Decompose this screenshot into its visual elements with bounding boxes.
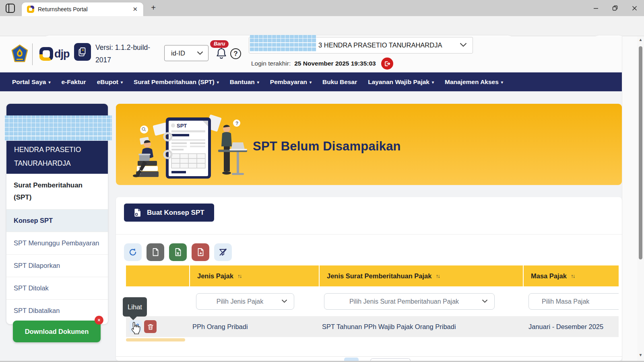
- pdf-file-icon: [196, 248, 204, 257]
- column-header-jenis-pajak[interactable]: Jenis Pajak↑↓: [189, 265, 319, 286]
- sidebar-item-spt-menunggu-pembayaran[interactable]: SPT Menunggu Pembayaran: [6, 232, 108, 255]
- illustration-doc-label: SPT: [177, 123, 187, 129]
- excel-file-icon: [174, 248, 182, 257]
- cell-jenis-pajak: PPh Orang Pribadi: [192, 316, 248, 337]
- taxpayer-name: 3 HENDRA PRASETIO TANURAHARDJA: [318, 37, 442, 53]
- djp-logo: djp: [39, 47, 70, 61]
- download-dokumen-button[interactable]: Download Dokumen ×: [13, 321, 101, 342]
- main-navigation: Portal Saya▾ e-Faktur eBupot▾ Surat Pemb…: [0, 72, 622, 91]
- sidebar-item-spt-dibatalkan[interactable]: SPT Dibatalkan: [6, 300, 108, 322]
- taxpayer-account-select[interactable]: 3 HENDRA PRASETIO TANURAHARDJA: [249, 37, 473, 53]
- chevron-down-icon: ▾: [432, 80, 434, 84]
- new-tab-button[interactable]: +: [148, 3, 159, 12]
- redacted-npwp-block: [4, 115, 112, 141]
- logout-button[interactable]: [381, 58, 393, 70]
- mouse-cursor-hand: [131, 322, 141, 335]
- nav-manajemen-akses[interactable]: Manajemen Akses▾: [445, 78, 503, 86]
- last-login-row: Login terakhir: 25 November 2025 19:35:0…: [251, 58, 393, 70]
- kemenkeu-logo-icon: [11, 44, 28, 63]
- last-login-label: Login terakhir:: [251, 60, 291, 67]
- nav-pembayaran[interactable]: Pembayaran▾: [270, 78, 312, 86]
- scrollbar-thumb[interactable]: [639, 46, 642, 259]
- scroll-down-icon[interactable]: ▼: [637, 353, 644, 357]
- badge-close-icon[interactable]: ×: [95, 316, 103, 325]
- cell-masa-pajak: Januari - Desember 2025: [528, 316, 603, 337]
- chevron-down-icon: ▾: [121, 80, 123, 84]
- minimize-button[interactable]: [586, 0, 605, 16]
- page-banner: SPT: [116, 104, 622, 185]
- nav-ebupot[interactable]: eBupot▾: [97, 78, 123, 86]
- buat-konsep-spt-button[interactable]: Buat Konsep SPT: [124, 204, 214, 222]
- notifications-bell-icon[interactable]: [215, 47, 229, 61]
- djp-logo-icon: [39, 47, 53, 61]
- tab-workspaces-icon[interactable]: [6, 4, 15, 13]
- browser-tab[interactable]: Returnsheets Portal ✕: [22, 2, 143, 16]
- language-select[interactable]: id-ID: [164, 45, 208, 61]
- clear-filter-button[interactable]: [214, 243, 232, 261]
- file-icon: [151, 248, 159, 257]
- language-value: id-ID: [171, 49, 185, 57]
- table-header-row: Jenis Pajak↑↓ Jenis Surat Pemberitahuan …: [126, 265, 619, 286]
- export-file-button[interactable]: [147, 243, 164, 261]
- content-right-edge: [622, 36, 622, 361]
- chevron-down-icon: [482, 299, 488, 303]
- delete-row-button[interactable]: [144, 320, 157, 333]
- chevron-down-icon: ▾: [257, 80, 259, 84]
- filter-off-icon: [219, 248, 227, 257]
- chevron-down-icon: ▾: [501, 80, 503, 84]
- sidebar-item-spt-ditolak[interactable]: SPT Ditolak: [6, 277, 108, 300]
- pagination-active-page[interactable]: [344, 358, 359, 361]
- chevron-down-icon: [197, 51, 203, 55]
- nav-layanan-wajib-pajak[interactable]: Layanan Wajib Pajak▾: [368, 78, 434, 86]
- filter-jenis-surat-select[interactable]: Pilih Jenis Surat Pemberitahuan Pajak: [324, 293, 495, 310]
- restore-button[interactable]: [605, 0, 625, 16]
- table-toolbar: [124, 243, 232, 261]
- close-button[interactable]: [625, 0, 644, 16]
- browser-titlebar: Returnsheets Portal ✕ +: [0, 0, 644, 16]
- chevron-down-icon: ▾: [48, 80, 50, 84]
- nav-spt[interactable]: Surat Pemberitahuan (SPT)▾: [134, 78, 219, 86]
- nav-buku-besar[interactable]: Buku Besar: [322, 78, 357, 86]
- browser-window: Returnsheets Portal ✕ + https://coretaxd…: [0, 0, 644, 362]
- vertical-scrollbar[interactable]: ▲ ▼: [637, 36, 644, 361]
- sidebar-item-spt-dilaporkan[interactable]: SPT Dilaporkan: [6, 255, 108, 277]
- table-filter-row: Pilih Jenis Pajak Pilih Jenis Surat Pemb…: [126, 286, 619, 316]
- sort-icon[interactable]: ↑↓: [436, 273, 440, 279]
- export-excel-button[interactable]: [169, 243, 187, 261]
- refresh-icon: [128, 248, 137, 257]
- trash-icon: [147, 323, 154, 330]
- sidebar-item-konsep-spt[interactable]: Konsep SPT: [6, 210, 108, 232]
- help-icon[interactable]: ?: [230, 48, 241, 59]
- table-horizontal-scrollbar[interactable]: [126, 338, 185, 341]
- banner-illustration: SPT: [129, 113, 250, 180]
- last-login-value: 25 November 2025 19:35:03: [294, 60, 376, 67]
- nav-bantuan[interactable]: Bantuan▾: [230, 78, 259, 86]
- column-header-masa-pajak[interactable]: Masa Pajak↑↓: [523, 265, 619, 286]
- nav-portal-saya[interactable]: Portal Saya▾: [12, 78, 50, 86]
- browser-toolbar: https://coretaxdjp.pajak.go.id/returnshe…: [0, 16, 644, 36]
- scroll-up-icon[interactable]: ▲: [637, 37, 644, 42]
- returnsheets-table: Jenis Pajak↑↓ Jenis Surat Pemberitahuan …: [126, 265, 619, 356]
- column-header-jenis-surat[interactable]: Jenis Surat Pemberitahuan Pajak↑↓: [319, 265, 523, 286]
- sort-icon[interactable]: ↑↓: [571, 273, 575, 279]
- returnsheets-app-icon[interactable]: [74, 43, 91, 61]
- window-controls: [586, 0, 644, 16]
- cell-jenis-surat: SPT Tahunan PPh Wajib Pajak Orang Pribad…: [322, 316, 456, 337]
- filter-masa-pajak-input[interactable]: [528, 293, 619, 310]
- sidebar: HENDRA PRASETIO TANURAHARDJA Surat Pembe…: [6, 104, 108, 324]
- svg-text:?: ?: [235, 121, 238, 126]
- sort-icon[interactable]: ↑↓: [237, 273, 242, 279]
- chevron-down-icon: ▾: [310, 80, 312, 84]
- filter-jenis-pajak-select[interactable]: Pilih Jenis Pajak: [196, 293, 294, 310]
- refresh-button[interactable]: [124, 243, 142, 261]
- nav-e-faktur[interactable]: e-Faktur: [61, 78, 86, 86]
- sidebar-user-name: HENDRA PRASETIO TANURAHARDJA: [14, 143, 100, 170]
- export-pdf-button[interactable]: [192, 243, 209, 261]
- page-content: HENDRA PRASETIO TANURAHARDJA Surat Pembe…: [0, 91, 622, 361]
- djp-wordmark: djp: [54, 48, 70, 60]
- sidebar-user-card: HENDRA PRASETIO TANURAHARDJA: [6, 104, 108, 174]
- sidebar-section-spt[interactable]: Surat Pemberitahuan (SPT): [6, 174, 108, 210]
- tab-close-icon[interactable]: ✕: [131, 6, 139, 13]
- tab-title: Returnsheets Portal: [38, 6, 131, 12]
- chevron-down-icon: [460, 43, 467, 47]
